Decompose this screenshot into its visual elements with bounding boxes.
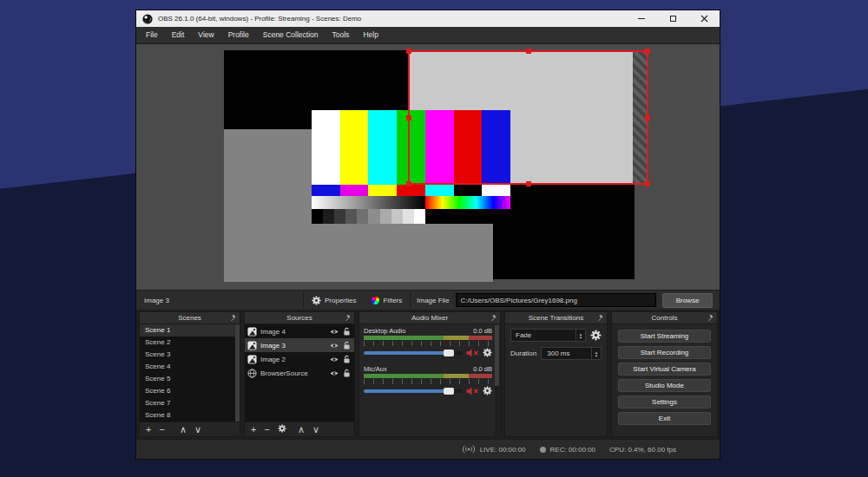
duration-spinbox[interactable]: 300 ms ▴▾ (541, 347, 602, 360)
maximize-button[interactable] (668, 15, 677, 23)
menu-help[interactable]: Help (356, 27, 385, 43)
properties-button[interactable]: Properties (304, 291, 364, 310)
resize-handle-bottom-middle[interactable] (526, 181, 531, 186)
start-recording-button[interactable]: Start Recording (618, 346, 711, 359)
resize-handle-top-middle[interactable] (526, 49, 531, 54)
transition-settings-gear-icon[interactable] (590, 330, 602, 341)
obs-window: OBS 26.1.0 (64-bit, windows) - Profile: … (136, 10, 720, 459)
move-scene-down-button[interactable]: ∨ (194, 423, 201, 436)
channel-settings-gear-icon[interactable] (483, 348, 492, 357)
audio-mixer-panel: Audio Mixer Desktop Audio 0.0 dB (358, 311, 501, 437)
source-list-item[interactable]: Image 2 (245, 352, 354, 366)
move-source-up-button[interactable]: ∧ (298, 423, 305, 436)
channel-name: Mic/Aux (364, 365, 387, 374)
transition-select[interactable]: Fade ▴▾ (510, 329, 586, 342)
settings-button[interactable]: Settings (618, 395, 711, 408)
lock-icon[interactable] (343, 369, 351, 378)
scenes-panel-header[interactable]: Scenes (140, 312, 240, 324)
visibility-eye-icon[interactable] (329, 356, 339, 363)
lock-icon[interactable] (343, 341, 351, 350)
channel-settings-gear-icon[interactable] (483, 386, 492, 395)
menu-view[interactable]: View (191, 27, 220, 43)
volume-slider[interactable] (364, 351, 463, 355)
pin-icon[interactable] (345, 315, 352, 323)
smpte-grayscale-steps (312, 209, 510, 224)
transition-select-spinner[interactable]: ▴▾ (575, 330, 585, 341)
move-scene-up-button[interactable]: ∧ (180, 423, 187, 436)
resize-handle-middle-right[interactable] (645, 115, 650, 121)
pin-icon[interactable] (707, 315, 714, 323)
add-scene-button[interactable]: + (146, 423, 151, 436)
exit-button[interactable]: Exit (618, 412, 711, 425)
volume-slider[interactable] (364, 389, 463, 393)
volume-slider-knob[interactable] (444, 350, 454, 356)
scene-transitions-header[interactable]: Scene Transitions (505, 312, 607, 324)
source-label: Image 4 (260, 328, 326, 336)
pin-icon[interactable] (597, 315, 604, 323)
scene-list-item[interactable]: Scene 3 (140, 349, 240, 361)
sources-panel: Sources Image 4 (244, 311, 355, 437)
filters-button[interactable]: Filters (364, 291, 410, 310)
add-source-button[interactable]: + (251, 423, 256, 436)
scene-list-item[interactable]: Scene 7 (140, 397, 240, 409)
start-streaming-button[interactable]: Start Streaming (618, 330, 711, 343)
menu-file[interactable]: File (139, 27, 165, 43)
scene-list-item[interactable]: Scene 4 (140, 361, 240, 373)
scene-list-item[interactable]: Scene 2 (140, 337, 240, 349)
menu-profile[interactable]: Profile (221, 27, 256, 43)
source-properties-button[interactable] (278, 423, 286, 436)
pin-icon[interactable] (230, 315, 237, 323)
menu-tools[interactable]: Tools (326, 27, 357, 43)
scene-list-item[interactable]: Scene 8 (140, 409, 240, 421)
remove-scene-button[interactable]: − (159, 423, 164, 436)
mute-speaker-icon[interactable] (466, 387, 479, 395)
move-source-down-button[interactable]: ∨ (312, 423, 319, 436)
remove-source-button[interactable]: − (264, 423, 269, 436)
lock-icon[interactable] (343, 327, 351, 337)
audio-mixer-header[interactable]: Audio Mixer (359, 312, 500, 324)
menu-edit[interactable]: Edit (165, 27, 192, 43)
mixer-scrollbar[interactable] (495, 325, 499, 435)
scenes-toolbar: + − ∧ ∨ (140, 421, 240, 436)
source-list-item[interactable]: Image 3 (245, 338, 354, 352)
sources-panel-title: Sources (286, 314, 312, 322)
image-file-label: Image File (411, 297, 455, 304)
source-list-item[interactable]: Image 4 (245, 324, 354, 338)
filters-icon (372, 297, 379, 304)
title-bar[interactable]: OBS 26.1.0 (64-bit, windows) - Profile: … (136, 10, 720, 27)
selection-box[interactable] (408, 50, 648, 185)
start-virtual-camera-button[interactable]: Start Virtual Camera (618, 363, 711, 376)
visibility-eye-icon[interactable] (329, 342, 339, 350)
image-source-icon (247, 355, 257, 364)
scene-list-item[interactable]: Scene 6 (140, 385, 240, 397)
scenes-panel: Scenes Scene 1 Scene 2 Scene 3 Scene 4 S… (139, 311, 240, 437)
duration-value: 300 ms (542, 350, 591, 357)
resize-handle-top-left[interactable] (406, 49, 411, 54)
minimize-button[interactable] (637, 15, 646, 23)
scenes-scrollbar[interactable] (235, 324, 240, 421)
mute-speaker-icon[interactable] (466, 349, 479, 357)
studio-mode-button[interactable]: Studio Mode (618, 379, 711, 392)
preview-canvas[interactable] (136, 44, 720, 290)
source-list-item[interactable]: BrowserSource (245, 366, 354, 380)
scene-list-item[interactable]: Scene 5 (140, 373, 240, 385)
browse-button[interactable]: Browse (662, 293, 713, 308)
resize-handle-top-right[interactable] (645, 49, 650, 54)
lock-icon[interactable] (343, 355, 351, 364)
visibility-eye-icon[interactable] (329, 328, 339, 336)
menu-scene-collection[interactable]: Scene Collection (256, 27, 326, 43)
source-black-rect-bottom[interactable] (493, 185, 635, 279)
resize-handle-bottom-left[interactable] (406, 181, 411, 186)
scene-list-item[interactable]: Scene 1 (140, 324, 240, 337)
resize-handle-middle-left[interactable] (406, 115, 411, 121)
controls-header[interactable]: Controls (612, 312, 717, 324)
close-button[interactable] (700, 15, 708, 23)
duration-spinner[interactable]: ▴▾ (591, 348, 601, 359)
volume-slider-knob[interactable] (444, 388, 454, 395)
image-file-input[interactable] (456, 293, 656, 307)
pin-icon[interactable] (490, 315, 497, 323)
visibility-eye-icon[interactable] (329, 369, 339, 377)
source-label: Image 2 (260, 356, 326, 363)
resize-handle-bottom-right[interactable] (645, 181, 650, 186)
sources-panel-header[interactable]: Sources (245, 312, 354, 324)
